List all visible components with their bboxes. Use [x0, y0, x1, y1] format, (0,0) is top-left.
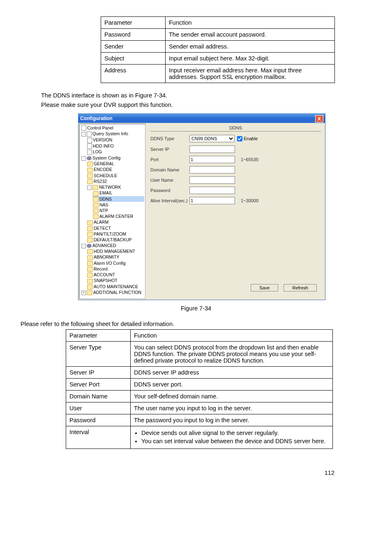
- tree-node[interactable]: ALARM CENTER: [93, 213, 144, 219]
- folder-open-icon: [92, 185, 98, 190]
- tree-node[interactable]: VERSION: [87, 137, 144, 143]
- save-button[interactable]: Save: [251, 284, 278, 291]
- folder-icon: [87, 238, 93, 243]
- folder-icon: [93, 191, 99, 196]
- collapse-icon[interactable]: -: [81, 132, 86, 136]
- alive-hint: 1~30000: [241, 198, 258, 203]
- refresh-button[interactable]: Refresh: [284, 284, 317, 291]
- username-input[interactable]: [189, 176, 235, 184]
- table-row: Interval Device sends out alive signal t…: [66, 426, 333, 449]
- table2-header-func: Function: [131, 329, 333, 341]
- tree-node[interactable]: PAN/TILT/ZOOM: [87, 231, 144, 237]
- folder-icon: [87, 168, 93, 173]
- page-icon: [87, 138, 92, 143]
- folder-icon: [93, 197, 99, 202]
- tree-node[interactable]: NTP: [93, 208, 144, 213]
- page-number: 112: [41, 469, 351, 476]
- folder-icon: [93, 208, 99, 213]
- panel-title: DDNS: [150, 125, 321, 132]
- tree-node-qsi[interactable]: -Query System Info VERSION HDD INFO LOG: [81, 131, 144, 155]
- table1-header-param: Parameter: [101, 17, 166, 29]
- tree-node[interactable]: SCHEDULE: [87, 173, 144, 178]
- parameter-table-1: Parameter Function Password The sender e…: [101, 16, 335, 83]
- username-label: User Name: [150, 178, 189, 183]
- domain-input[interactable]: [189, 166, 235, 173]
- tree-node[interactable]: HDD MANAGEMENT: [87, 248, 144, 254]
- enable-checkbox[interactable]: [237, 136, 242, 141]
- port-hint: 1~65535: [241, 157, 258, 162]
- tree-node[interactable]: ALARM: [87, 219, 144, 225]
- tree-node-network[interactable]: -NETWORK EMAIL DDNS NAS NTP ALARM CENTER: [87, 184, 144, 219]
- gear-icon: [87, 244, 92, 248]
- figure-caption: Figure 7-34: [41, 305, 351, 312]
- table-row: Password The sender email account passwo…: [101, 29, 335, 41]
- table-row: Subject Input email subject here. Max 32…: [101, 53, 335, 65]
- port-input[interactable]: [189, 156, 235, 163]
- expand-icon[interactable]: +: [81, 291, 86, 295]
- table-row: Domain Name Your self-defined domain nam…: [66, 390, 333, 402]
- ddns-type-label: DDNS Type: [150, 136, 189, 141]
- folder-icon: [87, 261, 93, 266]
- table1-header-func: Function: [166, 17, 335, 29]
- table-row: Server IP DDNS server IP address: [66, 366, 333, 378]
- alive-label: Alive Interval(sec.): [150, 198, 189, 203]
- serverip-input[interactable]: [189, 146, 235, 153]
- password-label: Password: [150, 188, 189, 193]
- tree-node[interactable]: Alarm I/O Config: [87, 260, 144, 266]
- close-icon: X: [318, 114, 321, 123]
- page-icon: [87, 150, 92, 155]
- enable-label: Enable: [244, 136, 258, 141]
- collapse-icon[interactable]: -: [87, 185, 92, 190]
- table2-header-param: Parameter: [66, 329, 131, 341]
- tree-node[interactable]: Record: [87, 266, 144, 272]
- tree-node[interactable]: RS232: [87, 178, 144, 184]
- tree-node[interactable]: SNAPSHOT: [87, 278, 144, 283]
- table-row: Server Port DDNS server port.: [66, 378, 333, 390]
- folder-icon: [87, 162, 93, 166]
- page-icon: [87, 143, 92, 149]
- close-button[interactable]: X: [315, 115, 323, 123]
- table-row: User The user name you input to log in t…: [66, 402, 333, 414]
- tree-node[interactable]: LOG: [87, 149, 144, 155]
- table-row: Sender Sender email address.: [101, 41, 335, 53]
- folder-icon: [87, 173, 93, 178]
- tree-node-advanced[interactable]: -ADVANCED HDD MANAGEMENT ABNORMITY Alarm…: [81, 243, 144, 289]
- folder-icon: [87, 273, 93, 278]
- tree-root[interactable]: Control Panel: [81, 125, 144, 131]
- collapse-icon[interactable]: -: [81, 156, 86, 161]
- page-icon: [87, 132, 92, 137]
- tree-node-sysconfig[interactable]: -System Config GENERAL ENCODE SCHEDULE R…: [81, 155, 144, 243]
- collapse-icon[interactable]: -: [81, 244, 86, 248]
- folder-icon: [93, 203, 99, 208]
- alive-input[interactable]: [189, 197, 235, 204]
- monitor-icon: [81, 125, 86, 131]
- tree-node[interactable]: NAS: [93, 202, 144, 208]
- tree-node[interactable]: GENERAL: [87, 161, 144, 166]
- tree-node[interactable]: DEFAULT/BACKUP: [87, 237, 144, 243]
- folder-icon: [87, 226, 93, 231]
- intro-text-1: The DDNS interface is shown as in Figure…: [41, 91, 351, 99]
- content-pane: DDNS DDNS Type CN99 DDNS Enable Server I…: [146, 123, 325, 300]
- titlebar: Configuration X: [78, 114, 325, 123]
- tree-pane[interactable]: Control Panel -Query System Info VERSION…: [79, 124, 145, 299]
- tree-node-addfunc[interactable]: +ADDTIONAL FUNCTION: [81, 289, 144, 295]
- tree-node[interactable]: AUTO MAINTENANCE: [87, 284, 144, 289]
- password-input[interactable]: [189, 187, 235, 194]
- tree-node[interactable]: HDD INFO: [87, 143, 144, 149]
- folder-icon: [87, 279, 93, 284]
- tree-node[interactable]: ABNORMITY: [87, 254, 144, 260]
- serverip-label: Server IP: [150, 147, 189, 152]
- tools-icon: [87, 156, 92, 160]
- tree-node-ddns[interactable]: DDNS: [93, 196, 144, 202]
- folder-icon: [87, 220, 93, 225]
- tree-node[interactable]: DETECT: [87, 225, 144, 231]
- folder-icon: [93, 214, 99, 219]
- interval-bullet-1: Device sends out alive signal to the ser…: [141, 430, 329, 436]
- ddns-type-select[interactable]: CN99 DDNS: [189, 135, 235, 142]
- folder-icon: [87, 290, 92, 295]
- tree-node[interactable]: ACCOUNT: [87, 272, 144, 278]
- tree-node[interactable]: ENCODE: [87, 166, 144, 172]
- table-row: Server Type You can select DDNS protocol…: [66, 341, 333, 366]
- intro-text-3: Please refer to the following sheet for …: [21, 320, 351, 328]
- tree-node[interactable]: EMAIL: [93, 190, 144, 196]
